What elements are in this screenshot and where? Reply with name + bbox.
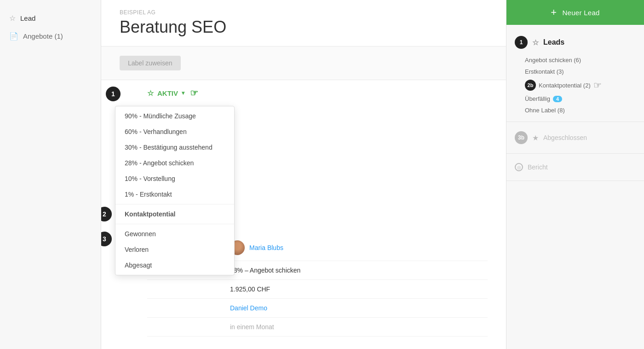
- sub-item-erstkontakt[interactable]: Erstkontakt (3): [525, 66, 644, 77]
- status-area: 1 ☆ AKTIV ▾ ☞ 90% - Mündliche Zusage 60%…: [101, 80, 506, 106]
- document-icon: 📄: [9, 32, 18, 41]
- aktiv-label: AKTIV: [157, 89, 178, 97]
- sub-item-ohne-label[interactable]: Ohne Label (8): [525, 105, 644, 116]
- sub-label-erstkontakt: Erstkontakt (3): [525, 68, 564, 75]
- dropdown-section-final: 3 Gewonnen Verloren Abgesagt: [115, 224, 234, 275]
- abgeschlossen-star-icon: ★: [532, 134, 539, 142]
- right-sidebar: +Neuer Lead 1 ☆ Leads Angebot schicken (…: [506, 0, 644, 349]
- sub-label-kontaktpotential: Kontaktpotential (2): [539, 82, 591, 89]
- leads-star-icon: ☆: [532, 38, 539, 47]
- dropdown-item-90[interactable]: 90% - Mündliche Zusage: [115, 108, 234, 124]
- dropdown-item-won[interactable]: Gewonnen: [115, 226, 234, 242]
- dropdown-item-10[interactable]: 10% - Vorstellung: [115, 171, 234, 186]
- top-header: BEISPIEL AG Beratung SEO: [101, 0, 506, 47]
- step-1-label: 1: [111, 90, 115, 98]
- dropdown-item-60[interactable]: 60% - Verhandlungen: [115, 124, 234, 140]
- sub-item-ueberfaellig[interactable]: Überfällig 4: [525, 93, 644, 105]
- aktiv-chevron-icon: ▾: [182, 90, 184, 96]
- right-nav-bericht-section: ◎ Bericht: [506, 154, 644, 181]
- right-nav-leads-header[interactable]: 1 ☆ Leads: [506, 30, 644, 54]
- step-marker-3: 3: [101, 232, 112, 246]
- dropdown-section-kontakt: 2 Kontaktpotential: [115, 204, 234, 224]
- sub-label-angebot: Angebot schicken (6): [525, 57, 581, 64]
- info-row-contact: Daniel Demo: [147, 299, 488, 318]
- info-value-person[interactable]: Maria Blubs: [230, 240, 283, 255]
- star-icon: ☆: [9, 14, 16, 23]
- dropdown-item-30[interactable]: 30% - Bestätigung ausstehend: [115, 140, 234, 155]
- status-dropdown: 90% - Mündliche Zusage 60% - Verhandlung…: [115, 106, 235, 275]
- step-marker-2: 2: [101, 207, 112, 221]
- info-value-amount: 1.925,00 CHF: [230, 285, 270, 293]
- dropdown-item-1[interactable]: 1% - Erstkontakt: [115, 186, 234, 202]
- right-nav: 1 ☆ Leads Angebot schicken (6) Erstkonta…: [506, 25, 644, 181]
- sidebar-angebote-label: Angebote (1): [23, 32, 63, 40]
- info-row-amount: 1.925,00 CHF: [147, 280, 488, 299]
- plus-icon: +: [551, 6, 557, 18]
- leads-title: Leads: [543, 38, 564, 47]
- info-value-contact[interactable]: Daniel Demo: [230, 304, 267, 312]
- step-badge-2b: 2b: [525, 80, 536, 91]
- right-nav-sub-leads: Angebot schicken (6) Erstkontakt (3) 2b …: [506, 54, 644, 116]
- person-name-link[interactable]: Maria Blubs: [249, 244, 283, 251]
- cursor-pointer: ☞: [190, 87, 198, 99]
- cursor-hand-icon: ☞: [593, 80, 602, 91]
- sub-label-ueberfaellig: Überfällig: [525, 95, 550, 102]
- aktiv-star-icon: ☆: [147, 89, 154, 98]
- dropdown-item-lost[interactable]: Verloren: [115, 242, 234, 257]
- sidebar-lead-label: Lead: [20, 14, 35, 22]
- step-badge-3b: 3b: [515, 131, 528, 144]
- new-lead-button[interactable]: +Neuer Lead: [506, 0, 644, 25]
- label-area: Label zuweisen: [101, 47, 506, 80]
- dropdown-item-28[interactable]: 28% - Angebot schicken: [115, 155, 234, 171]
- main-content: BEISPIEL AG Beratung SEO Label zuweisen …: [101, 0, 506, 349]
- dropdown-item-cancelled[interactable]: Abgesagt: [115, 257, 234, 273]
- label-assign-button[interactable]: Label zuweisen: [120, 56, 181, 70]
- left-sidebar: ☆ Lead 📄 Angebote (1): [0, 0, 101, 349]
- right-nav-leads-section: 1 ☆ Leads Angebot schicken (6) Erstkonta…: [506, 25, 644, 122]
- info-row-date: in einem Monat: [147, 318, 488, 337]
- info-value-date: in einem Monat: [230, 323, 274, 331]
- sub-label-ohne-label: Ohne Label (8): [525, 107, 565, 114]
- company-label: BEISPIEL AG: [120, 9, 488, 16]
- right-nav-abgeschlossen[interactable]: 3b ★ Abgeschlossen: [506, 128, 644, 148]
- right-nav-bericht[interactable]: ◎ Bericht: [506, 159, 644, 175]
- step-marker-1: 1: [106, 87, 121, 101]
- step-badge-1: 1: [515, 36, 528, 49]
- dropdown-section-percentages: 90% - Mündliche Zusage 60% - Verhandlung…: [115, 106, 234, 204]
- bericht-label: Bericht: [528, 163, 548, 171]
- report-icon: ◎: [515, 163, 523, 171]
- aktiv-button[interactable]: ☆ AKTIV ▾ ☞: [147, 87, 198, 99]
- dropdown-category-kontakt[interactable]: Kontaktpotential: [115, 206, 234, 222]
- info-value-pct: 28% – Angebot schicken: [230, 267, 300, 274]
- right-nav-abgeschlossen-section: 3b ★ Abgeschlossen: [506, 122, 644, 154]
- ueberfaellig-badge: 4: [553, 96, 562, 102]
- sub-item-kontaktpotential[interactable]: 2b Kontaktpotential (2) ☞: [525, 77, 644, 93]
- new-lead-text: Neuer Lead: [562, 9, 599, 17]
- abgeschlossen-label: Abgeschlossen: [543, 134, 587, 141]
- page-title: Beratung SEO: [120, 17, 488, 37]
- sidebar-item-lead[interactable]: ☆ Lead: [0, 9, 101, 27]
- sub-item-angebot[interactable]: Angebot schicken (6): [525, 54, 644, 66]
- sidebar-item-angebote[interactable]: 📄 Angebote (1): [0, 27, 101, 45]
